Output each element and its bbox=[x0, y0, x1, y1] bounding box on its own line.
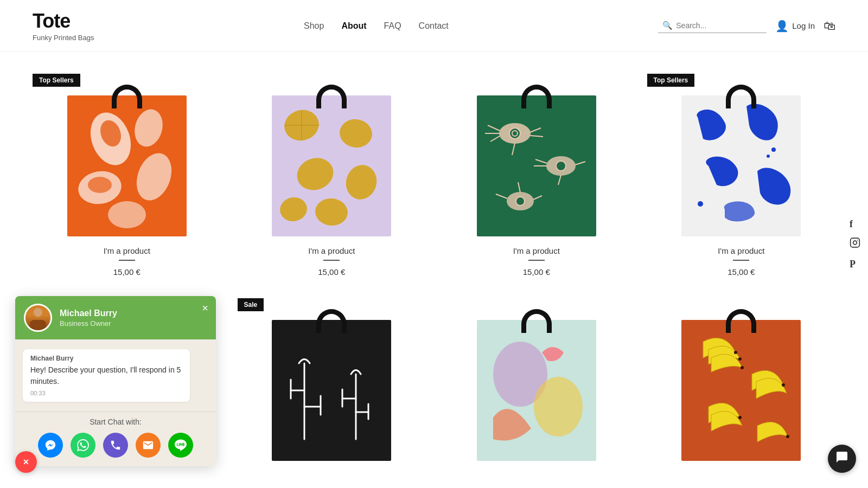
chat-message-text: Hey! Describe your question, I'll respon… bbox=[30, 364, 182, 387]
product-image-6 bbox=[477, 309, 596, 461]
chat-user-info: Michael Burry Business Owner bbox=[60, 309, 117, 328]
product-price-3: 15,00 € bbox=[523, 267, 550, 277]
phone-button[interactable] bbox=[103, 433, 128, 458]
svg-point-42 bbox=[771, 147, 776, 152]
product-card-7[interactable] bbox=[647, 293, 836, 461]
chat-channels bbox=[23, 433, 208, 458]
facebook-icon[interactable]: f bbox=[850, 219, 860, 230]
svg-point-64 bbox=[782, 383, 785, 387]
logo-area: Tote Funky Printed Bags bbox=[33, 10, 94, 42]
product-name-1: I'm a product bbox=[104, 246, 150, 255]
product-image-3 bbox=[477, 85, 596, 236]
product-card-2[interactable]: I'm a product 15,00 € bbox=[238, 68, 426, 277]
line-button[interactable] bbox=[168, 433, 193, 458]
chat-close-circle-button[interactable]: × bbox=[15, 451, 37, 473]
product-card-6[interactable] bbox=[442, 293, 631, 461]
badge-sale-5: Sale bbox=[238, 298, 264, 311]
nav-shop[interactable]: Shop bbox=[304, 21, 324, 31]
cart-icon[interactable]: 🛍 bbox=[824, 19, 835, 33]
divider-3 bbox=[528, 260, 545, 261]
svg-point-1 bbox=[853, 241, 857, 245]
chat-widget: Michael Burry Business Owner × Michael B… bbox=[15, 296, 216, 466]
chat-user-name: Michael Burry bbox=[60, 309, 117, 318]
header-right: 🔍 👤 Log In 🛍 bbox=[658, 18, 835, 33]
chat-start-label: Start Chat with: bbox=[23, 418, 208, 426]
chat-close-button[interactable]: × bbox=[202, 303, 208, 313]
svg-point-62 bbox=[738, 357, 742, 361]
product-image-4 bbox=[681, 85, 801, 236]
chat-message-time: 00:33 bbox=[30, 390, 182, 396]
nav-faq[interactable]: FAQ bbox=[384, 21, 401, 31]
close-x-icon: × bbox=[23, 457, 29, 467]
product-card-3[interactable]: I'm a product 15,00 € bbox=[442, 68, 631, 277]
divider-4 bbox=[733, 260, 749, 261]
site-title[interactable]: Tote bbox=[33, 10, 94, 33]
svg-point-10 bbox=[88, 177, 112, 193]
chat-messages: Michael Burry Hey! Describe your questio… bbox=[15, 339, 216, 412]
chat-toggle-icon bbox=[835, 451, 848, 467]
product-name-4: I'm a product bbox=[718, 246, 764, 255]
product-price-4: 15,00 € bbox=[727, 267, 755, 277]
svg-point-69 bbox=[34, 308, 42, 317]
search-input[interactable] bbox=[676, 21, 762, 30]
instagram-icon[interactable] bbox=[850, 237, 860, 251]
svg-rect-68 bbox=[30, 320, 46, 331]
svg-point-66 bbox=[786, 435, 789, 438]
chat-start-section: Start Chat with: bbox=[15, 412, 216, 466]
svg-point-58 bbox=[534, 377, 583, 436]
svg-point-8 bbox=[108, 201, 146, 228]
svg-rect-0 bbox=[851, 238, 860, 247]
search-box: 🔍 bbox=[658, 18, 767, 33]
svg-point-2 bbox=[857, 240, 858, 241]
chat-toggle-button[interactable] bbox=[828, 445, 856, 473]
product-price-2: 15,00 € bbox=[318, 267, 345, 277]
badge-top-sellers-4: Top Sellers bbox=[647, 74, 695, 87]
divider-2 bbox=[323, 260, 340, 261]
product-price-1: 15,00 € bbox=[113, 267, 141, 277]
svg-rect-45 bbox=[272, 320, 391, 461]
svg-point-61 bbox=[734, 351, 737, 354]
search-icon: 🔍 bbox=[662, 21, 673, 30]
header: Tote Funky Printed Bags Shop About FAQ C… bbox=[0, 0, 868, 52]
svg-point-44 bbox=[698, 201, 703, 207]
messenger-button[interactable] bbox=[38, 433, 63, 458]
user-icon: 👤 bbox=[775, 20, 789, 33]
product-image-7 bbox=[681, 309, 801, 461]
product-name-3: I'm a product bbox=[513, 246, 560, 255]
badge-top-sellers-1: Top Sellers bbox=[33, 74, 80, 87]
product-image-2 bbox=[272, 85, 391, 236]
chat-message-bubble: Michael Burry Hey! Describe your questio… bbox=[23, 349, 190, 402]
email-button[interactable] bbox=[136, 433, 161, 458]
svg-point-23 bbox=[512, 131, 518, 136]
svg-point-43 bbox=[767, 155, 770, 158]
nav-about[interactable]: About bbox=[341, 21, 366, 31]
site-subtitle: Funky Printed Bags bbox=[33, 34, 94, 42]
chat-user-role: Business Owner bbox=[60, 319, 117, 328]
login-label: Log In bbox=[792, 21, 815, 30]
svg-point-65 bbox=[738, 416, 742, 419]
nav-contact[interactable]: Contact bbox=[419, 21, 449, 31]
chat-message-sender: Michael Burry bbox=[30, 355, 182, 362]
product-card-4[interactable]: Top Sellers bbox=[647, 68, 836, 277]
product-card-1[interactable]: Top Sellers bbox=[33, 68, 221, 277]
svg-point-31 bbox=[556, 161, 566, 171]
pinterest-icon[interactable]: P bbox=[850, 259, 860, 270]
svg-point-63 bbox=[741, 366, 744, 369]
chat-avatar bbox=[24, 304, 52, 332]
login-button[interactable]: 👤 Log In bbox=[775, 20, 815, 33]
svg-point-37 bbox=[516, 197, 525, 206]
main-nav: Shop About FAQ Contact bbox=[304, 21, 449, 31]
divider-1 bbox=[119, 260, 135, 261]
product-image-5 bbox=[272, 309, 391, 461]
product-card-5[interactable]: Sale bbox=[238, 293, 426, 461]
chat-header: Michael Burry Business Owner × bbox=[15, 296, 216, 339]
whatsapp-button[interactable] bbox=[71, 433, 95, 458]
product-grid-row1: Top Sellers bbox=[33, 68, 835, 277]
social-sidebar: f P bbox=[850, 219, 860, 270]
product-image-1 bbox=[67, 85, 187, 236]
product-name-2: I'm a product bbox=[308, 246, 355, 255]
